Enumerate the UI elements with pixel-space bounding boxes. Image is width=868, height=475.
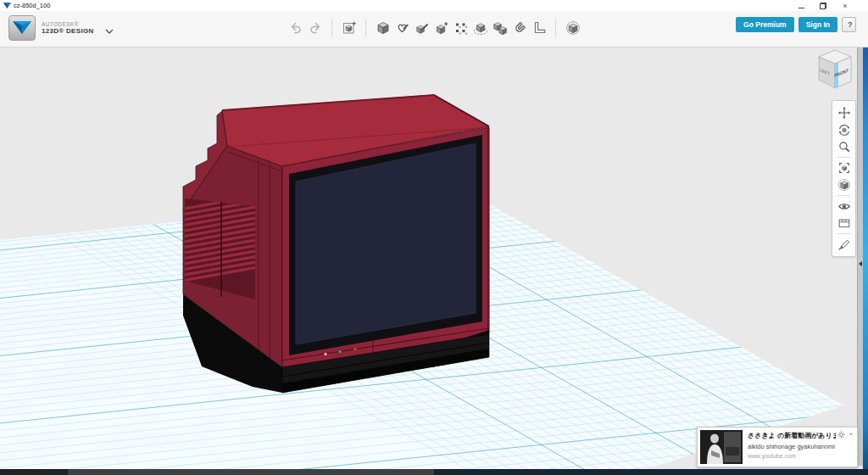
orbit-button[interactable] xyxy=(835,121,853,138)
restore-button[interactable] xyxy=(812,0,834,11)
zoom-button[interactable] xyxy=(835,138,853,155)
separator xyxy=(837,195,850,196)
separator xyxy=(331,19,332,37)
taskbar-sliver[interactable] xyxy=(0,469,868,475)
minimize-button[interactable] xyxy=(790,0,812,11)
notification-popup[interactable]: ささきよ の新着動画があります aikido shihonage gyakuha… xyxy=(697,427,858,467)
sketch-button[interactable] xyxy=(392,16,412,40)
notification-thumbnail xyxy=(700,430,743,464)
view-cube[interactable]: TOP LEFT FRONT xyxy=(812,46,858,95)
grouping-button[interactable] xyxy=(470,16,490,40)
panel-expand-arrow-icon[interactable] xyxy=(859,261,862,266)
background-window-edge xyxy=(863,0,868,469)
tool-strip xyxy=(286,15,582,41)
brand-autodesk: AUTODESK® xyxy=(42,21,94,27)
tv-green-led xyxy=(338,350,341,353)
separator xyxy=(837,233,850,234)
construct-button[interactable] xyxy=(412,16,431,40)
go-premium-button[interactable]: Go Premium xyxy=(736,17,794,32)
tv-power-led xyxy=(324,353,326,355)
app-logo[interactable]: AUTODESK® 123D® DESIGN xyxy=(8,15,114,41)
combine-button[interactable] xyxy=(490,16,509,40)
viewport-3d-canvas[interactable]: TOP LEFT FRONT ささきよ の新着動画があります aikido sh… xyxy=(0,0,868,475)
app-icon xyxy=(3,2,11,9)
notification-close-icon[interactable]: × xyxy=(849,431,853,438)
toggle-sketch-visibility-button[interactable] xyxy=(835,236,853,253)
snap-button[interactable] xyxy=(509,16,529,40)
insert-primitive-button[interactable] xyxy=(339,16,359,40)
redo-button[interactable] xyxy=(305,16,325,40)
view-material-button[interactable] xyxy=(563,16,582,40)
notification-title: ささきよ の新着動画があります xyxy=(748,431,836,440)
notification-settings-icon[interactable] xyxy=(837,431,845,440)
tv-model[interactable] xyxy=(183,95,489,393)
tv-red-led xyxy=(353,348,356,350)
logo-badge-icon xyxy=(8,15,36,41)
notification-source: www.youtube.com xyxy=(748,453,836,459)
separator xyxy=(837,157,850,158)
measure-button[interactable] xyxy=(529,16,548,40)
separator xyxy=(365,19,366,37)
show-hide-button[interactable] xyxy=(835,198,853,215)
undo-button[interactable] xyxy=(286,16,305,40)
view-style-button[interactable] xyxy=(835,176,853,193)
material-button[interactable] xyxy=(835,215,853,232)
help-button[interactable]: ? xyxy=(842,17,856,32)
title-bar: cz-850d_100 × xyxy=(0,0,868,11)
sign-in-button[interactable]: Sign In xyxy=(798,17,837,32)
pan-button[interactable] xyxy=(835,104,853,121)
primitives-button[interactable] xyxy=(373,16,392,40)
pattern-button[interactable] xyxy=(451,16,470,40)
taskbar-segment xyxy=(68,469,434,475)
notification-subtitle: aikido shihonage gyakuhannmi xyxy=(748,443,836,450)
zoom-to-fit-button[interactable] xyxy=(835,159,853,176)
chevron-down-icon[interactable] xyxy=(105,22,114,37)
navigation-toolbar xyxy=(832,100,856,257)
modify-button[interactable] xyxy=(431,16,451,40)
brand-product: 123D® DESIGN xyxy=(42,27,94,35)
notification-text: ささきよ の新着動画があります aikido shihonage gyakuha… xyxy=(748,431,836,467)
main-toolbar: AUTODESK® 123D® DESIGN Go Premium Sign I… xyxy=(0,11,868,48)
close-button[interactable]: × xyxy=(834,0,856,11)
window-title: cz-850d_100 xyxy=(14,2,50,9)
separator xyxy=(555,19,556,37)
taskbar-segment xyxy=(0,469,68,475)
taskbar-segment xyxy=(434,469,868,475)
